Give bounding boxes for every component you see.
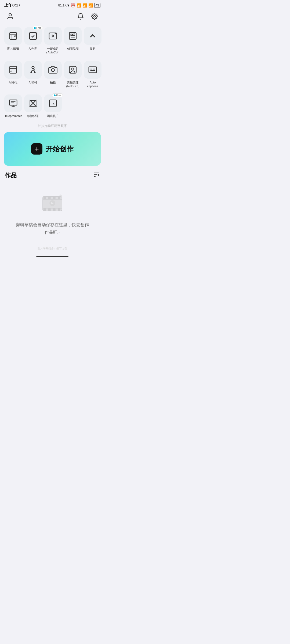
tool-grid-row3: Teleprompter 移除背景 Free HD 画质提升 <box>0 92 105 120</box>
tool-retouch[interactable]: 美颜美体（Retouch） <box>63 58 83 91</box>
tool-autocut-label: 一键成片（AutoCut） <box>45 47 61 54</box>
works-header: 作品 <box>5 171 100 180</box>
network-speed: 81.1K/s <box>58 3 69 7</box>
tool-captions[interactable]: Auto captions <box>83 58 103 91</box>
svg-rect-14 <box>9 100 17 105</box>
ai-model-icon: AI <box>28 65 38 74</box>
tool-collapse-icon-wrap <box>84 27 102 45</box>
svg-rect-25 <box>44 196 46 199</box>
tool-autocut-icon-wrap <box>44 27 62 45</box>
sort-icon <box>93 171 100 178</box>
alarm-icon: ⏰ <box>71 3 75 8</box>
image-edit-icon <box>9 31 18 41</box>
captions-icon <box>88 65 97 74</box>
free-badge-enhance: Free <box>52 93 63 97</box>
status-time: 上午8:17 <box>4 3 20 8</box>
tool-camera-label: 拍摄 <box>50 80 56 84</box>
svg-text:AI: AI <box>33 68 35 70</box>
status-right: 81.1K/s ⏰ 📶 📶 📶 43 <box>58 3 100 8</box>
sort-button[interactable] <box>93 171 100 180</box>
plus-symbol: + <box>35 145 39 153</box>
svg-rect-30 <box>48 208 51 211</box>
film-empty-icon <box>40 192 64 216</box>
start-button[interactable]: + 开始创作 <box>4 132 101 166</box>
ai-poster-icon: AI <box>9 65 18 74</box>
svg-point-12 <box>72 68 74 70</box>
tool-ai-draw[interactable]: Free AI作图 <box>23 24 43 57</box>
enhance-icon: HD <box>48 99 57 108</box>
remove-bg-icon <box>28 99 38 108</box>
tool-ai-product-icon-wrap: AI <box>64 27 82 45</box>
retouch-icon <box>68 65 77 74</box>
nav-right-icons <box>76 12 99 21</box>
watermark: 图片字幕结合小细节之在 <box>0 247 105 251</box>
svg-rect-28 <box>58 196 60 199</box>
ai-draw-icon <box>28 31 38 41</box>
tool-image-edit-icon-wrap <box>4 27 22 45</box>
bottom-bar <box>0 251 105 259</box>
wifi-icon: 📶 <box>88 3 93 8</box>
svg-rect-24 <box>43 208 62 209</box>
notification-button[interactable] <box>76 12 85 21</box>
svg-rect-26 <box>48 196 51 199</box>
svg-rect-3 <box>30 32 37 39</box>
tool-ai-model-icon-wrap: AI <box>24 61 42 79</box>
tool-enhance[interactable]: Free HD 画质提升 <box>43 92 63 120</box>
tool-ai-product[interactable]: AI AI商品图 <box>63 24 83 57</box>
tool-image-edit-label: 图片编辑 <box>7 47 19 50</box>
svg-rect-32 <box>58 208 60 211</box>
tool-autocut[interactable]: 一键成片（AutoCut） <box>43 24 63 57</box>
svg-point-10 <box>51 68 54 71</box>
svg-rect-29 <box>44 208 46 211</box>
tool-ai-poster-label: AI海报 <box>9 80 17 84</box>
tool-ai-poster-icon-wrap: AI <box>4 61 22 79</box>
svg-point-0 <box>9 14 11 16</box>
tool-ai-product-label: AI商品图 <box>67 47 78 50</box>
tool-camera-icon-wrap <box>44 61 62 79</box>
profile-button[interactable] <box>5 12 15 21</box>
tool-teleprompter-icon-wrap <box>4 94 22 112</box>
svg-rect-27 <box>53 196 56 199</box>
tool-teleprompter[interactable]: Teleprompter <box>3 92 23 120</box>
tool-enhance-label: 画质提升 <box>47 114 59 118</box>
svg-point-1 <box>94 16 96 17</box>
svg-rect-31 <box>53 208 56 211</box>
tool-ai-draw-icon-wrap: Free <box>24 27 42 45</box>
camera-icon <box>48 65 57 74</box>
battery-indicator: 43 <box>94 3 100 8</box>
start-button-wrap[interactable]: + 开始创作 <box>4 132 101 166</box>
empty-text: 剪辑草稿会自动保存在这里，快去创作作品吧~ <box>16 221 89 236</box>
chevron-up-icon <box>88 31 97 41</box>
tool-image-edit[interactable]: 图片编辑 <box>3 24 23 57</box>
tool-remove-bg[interactable]: 移除背景 <box>23 92 43 120</box>
status-bar: 上午8:17 81.1K/s ⏰ 📶 📶 📶 43 <box>0 0 105 9</box>
svg-rect-23 <box>43 199 62 200</box>
empty-state: 剪辑草稿会自动保存在这里，快去创作作品吧~ <box>5 186 100 246</box>
tool-camera[interactable]: 拍摄 <box>43 58 63 91</box>
works-title: 作品 <box>5 171 17 180</box>
autocut-icon <box>48 31 57 41</box>
tool-retouch-icon-wrap <box>64 61 82 79</box>
settings-button[interactable] <box>90 12 99 21</box>
signal-icon: 📶 <box>77 3 81 8</box>
teleprompter-icon <box>9 99 18 108</box>
home-indicator <box>36 256 68 257</box>
plus-icon: + <box>31 143 42 155</box>
signal2-icon: 📶 <box>82 3 87 8</box>
tool-captions-icon-wrap <box>84 61 102 79</box>
svg-text:AI: AI <box>74 33 75 35</box>
tool-enhance-icon-wrap: Free HD <box>44 94 62 112</box>
works-section: 作品 剪 <box>0 171 105 246</box>
tool-remove-bg-label: 移除背景 <box>27 114 39 118</box>
tool-teleprompter-label: Teleprompter <box>5 114 22 118</box>
tool-ai-poster[interactable]: AI AI海报 <box>3 58 23 91</box>
tool-grid-row2: AI AI海报 AI AI模特 拍摄 <box>0 58 105 91</box>
svg-text:AI: AI <box>10 70 12 72</box>
tool-captions-label: Auto captions <box>84 80 102 88</box>
tool-remove-bg-icon-wrap <box>24 94 42 112</box>
tool-ai-model[interactable]: AI AI模特 <box>23 58 43 91</box>
tool-collapse[interactable]: 收起 <box>83 24 103 57</box>
tool-retouch-label: 美颜美体（Retouch） <box>64 80 81 88</box>
svg-rect-13 <box>89 67 96 73</box>
tool-ai-model-label: AI模特 <box>29 80 37 84</box>
